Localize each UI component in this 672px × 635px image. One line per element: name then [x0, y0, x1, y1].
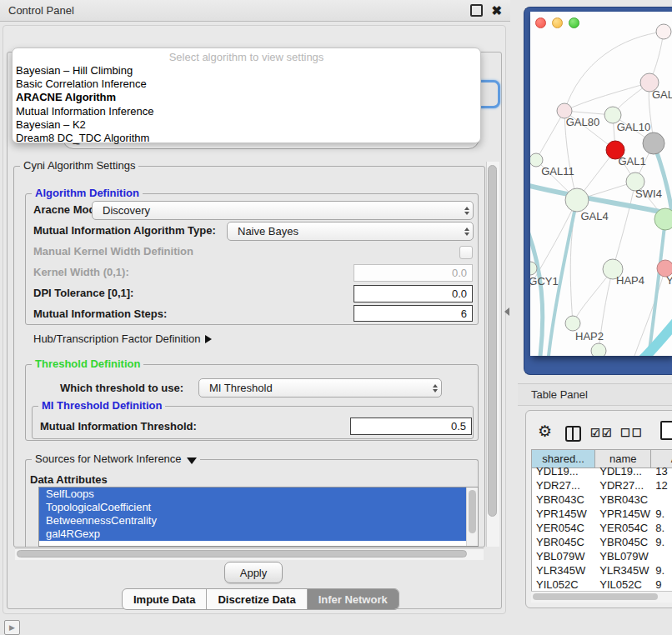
node-swi4[interactable] — [654, 208, 672, 230]
table-cell: YLR345W — [595, 563, 651, 578]
bottom-tab-bar: Impute DataDiscretize DataInfer Network — [122, 588, 399, 610]
attribute-item-topologicalcoefficient[interactable]: TopologicalCoefficient — [39, 501, 467, 514]
attribute-item-gal4rgexp[interactable]: gal4RGexp — [39, 528, 467, 541]
dpi-tolerance-field[interactable]: 0.0 — [354, 285, 473, 302]
table-row[interactable]: YDL19...YDL19...13 — [532, 464, 672, 478]
collapse-panel-button[interactable]: ▶ — [4, 620, 20, 635]
gear-icon[interactable]: ⚙ — [538, 423, 552, 440]
mi-threshold-field[interactable]: 0.5 — [350, 418, 472, 435]
tab-discretize-data[interactable]: Discretize Data — [206, 589, 306, 609]
table-cell: YIL052C — [532, 578, 595, 592]
scrollbar-thumb[interactable] — [469, 490, 476, 533]
network-edge — [530, 227, 543, 356]
combo-arrows-icon — [464, 228, 469, 236]
network-edge — [637, 322, 672, 356]
control-panel-titlebar: Control Panel ✖ — [0, 0, 510, 22]
algorithm-definition-legend: Algorithm Definition — [32, 188, 143, 199]
table-cell: YDR27... — [532, 478, 595, 492]
aracne-mode-select[interactable]: Discovery — [92, 201, 474, 220]
node-label-gal2: GAL2 — [652, 88, 672, 101]
collapse-down-icon — [187, 458, 197, 464]
table-row[interactable]: YLR345WYLR345W9. — [532, 563, 672, 578]
mi-threshold-legend: MI Threshold Definition — [38, 400, 165, 412]
algorithm-option-aracne-algorithm[interactable]: ARACNE Algorithm — [13, 91, 480, 104]
node-gray[interactable] — [643, 132, 664, 154]
algorithm-option-basic-correlation-inference[interactable]: Basic Correlation Inference — [13, 78, 480, 91]
table-row[interactable]: YIL052CYIL052C9 — [532, 578, 672, 592]
node-label-y: Y — [666, 274, 672, 287]
combo-arrows-icon — [464, 207, 469, 215]
table-row[interactable]: YDR27...YDR27...12 — [532, 478, 672, 492]
function-builder-icon[interactable] — [660, 421, 672, 440]
node-label-gcy1: GCY1 — [530, 275, 559, 288]
node-bottom[interactable] — [591, 343, 606, 356]
node-label-gal80: GAL80 — [566, 116, 599, 128]
threshold-definition-legend: Threshold Definition — [32, 358, 143, 370]
table-row[interactable]: YER054CYER054C8. — [532, 521, 672, 535]
mi-algorithm-type-select[interactable]: Naive Bayes — [227, 222, 474, 241]
table-row[interactable]: YBR045CYBR045C9. — [532, 535, 672, 549]
panel-title: Control Panel — [8, 4, 74, 17]
table-cell: 9 — [651, 578, 672, 592]
apply-button[interactable]: Apply — [224, 562, 283, 583]
table-panel-title: Table Panel — [531, 388, 588, 401]
network-edge — [536, 111, 564, 160]
columns-icon[interactable] — [565, 426, 581, 442]
float-window-icon[interactable] — [470, 4, 483, 17]
app-root: Control Panel ✖ NetworkStyleSelectCyni T… — [0, 0, 672, 635]
select-all-checkboxes-icon[interactable]: ☑☑ — [590, 427, 613, 439]
attribute-item-selfloops[interactable]: SelfLoops — [39, 488, 467, 501]
hub-definition-toggle[interactable]: Hub/Transcription Factor Definition — [33, 332, 212, 346]
mi-threshold-label: Mutual Information Threshold: — [40, 420, 197, 433]
table-cell — [651, 549, 672, 563]
data-attributes-label: Data Attributes — [30, 473, 108, 487]
settings-vscroll-thumb[interactable] — [488, 165, 497, 517]
close-icon[interactable]: ✖ — [491, 6, 502, 15]
node-gal4[interactable] — [565, 188, 589, 212]
table-row[interactable]: YPR145WYPR145W9. — [532, 507, 672, 521]
table-cell: 9. — [651, 507, 672, 521]
table-cell: 8. — [651, 521, 672, 535]
table-cell: YBR045C — [595, 535, 651, 549]
table-row[interactable]: YBR043CYBR043C — [532, 492, 672, 507]
which-threshold-label: Which threshold to use: — [60, 382, 183, 395]
sources-legend[interactable]: Sources for Network Inference — [32, 453, 200, 465]
which-threshold-select[interactable]: MI Threshold — [198, 378, 442, 398]
node-hap2[interactable] — [565, 316, 580, 331]
attribute-item-betweennesscentrality[interactable]: BetweennessCentrality — [39, 514, 467, 528]
table-cell: YPR145W — [595, 507, 651, 521]
table-horizontal-scrollbar[interactable] — [531, 591, 672, 602]
splitter-collapse-arrow[interactable] — [504, 308, 509, 316]
table-cell: YBL079W — [595, 549, 651, 563]
manual-kernel-checkbox[interactable] — [459, 246, 473, 259]
scrollbar-thumb[interactable] — [533, 593, 658, 600]
table-row[interactable]: YBL079WYBL079W — [532, 549, 672, 563]
deselect-all-checkboxes-icon[interactable]: ☐☐ — [620, 427, 643, 439]
tab-impute-data[interactable]: Impute Data — [123, 589, 206, 609]
algorithm-option-bayesian-k2[interactable]: Bayesian – K2 — [13, 118, 480, 132]
network-window[interactable]: GAL2GAL80GAL10GAL1GAL11SWI4GAL4GCY1HAP4Y… — [530, 12, 672, 356]
node-label-gal11: GAL11 — [541, 165, 574, 178]
list-vertical-scrollbar[interactable] — [466, 488, 478, 546]
table-header-row: shared...nameA — [532, 450, 672, 464]
settings-hscroll-thumb[interactable] — [17, 550, 467, 558]
algorithm-option-mutual-information-inference[interactable]: Mutual Information Inference — [13, 105, 480, 118]
algorithm-option-dream8-dc-tdc-algorithm[interactable]: Dream8 DC_TDC Algorithm — [13, 132, 480, 145]
manual-kernel-label: Manual Kernel Width Definition — [33, 245, 193, 258]
combo-arrows-icon — [433, 384, 438, 392]
table-cell: YPR145W — [532, 507, 595, 521]
table-cell: YBR043C — [595, 492, 651, 507]
kernel-width-field[interactable]: 0.0 — [354, 264, 473, 282]
node-table: shared...nameA YDL19...YDL19...13YDR27..… — [531, 449, 672, 592]
tab-infer-network[interactable]: Infer Network — [307, 589, 399, 609]
table-cell: YDL19... — [595, 464, 651, 478]
mi-steps-label: Mutual Information Steps: — [33, 308, 167, 321]
table-cell: YER054C — [595, 521, 651, 535]
node-label-hap4: HAP4 — [616, 274, 644, 287]
node-gal2[interactable] — [656, 24, 671, 39]
algorithm-option-bayesian-hill-climbing[interactable]: Bayesian – Hill Climbing — [13, 64, 480, 78]
node-label-gal4: GAL4 — [580, 210, 608, 222]
network-canvas[interactable]: GAL2GAL80GAL10GAL1GAL11SWI4GAL4GCY1HAP4Y… — [530, 12, 672, 356]
mi-steps-field[interactable]: 6 — [354, 305, 473, 322]
table-cell: YIL052C — [595, 578, 651, 592]
